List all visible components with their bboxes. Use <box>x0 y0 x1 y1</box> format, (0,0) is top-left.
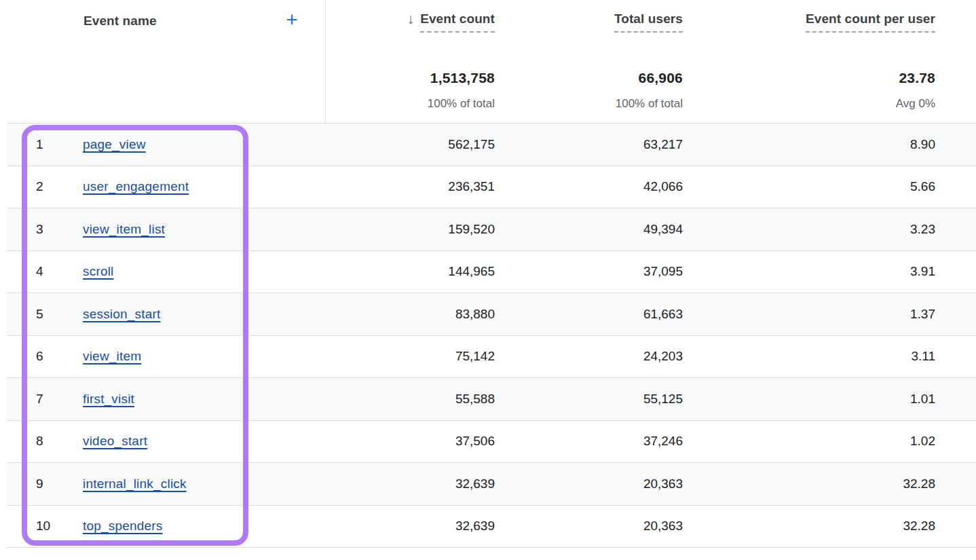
event-count-cell: 32,639 <box>325 477 495 491</box>
event-link[interactable]: video_start <box>83 434 147 448</box>
event-name-column-header: Event name <box>83 14 157 29</box>
event-count-per-user-cell: 32.28 <box>683 477 935 491</box>
total-users-cell: 37,246 <box>495 434 683 449</box>
row-index: 10 <box>7 519 76 534</box>
add-dimension-button[interactable]: + <box>280 7 303 33</box>
event-link[interactable]: scroll <box>83 264 114 278</box>
event-count-per-user-header-label: Event count per user <box>806 11 935 33</box>
event-count-cell: 37,506 <box>325 434 495 449</box>
event-count-per-user-total-caption: Avg 0% <box>896 97 935 111</box>
plus-icon: + <box>286 8 298 31</box>
row-index: 6 <box>7 349 76 364</box>
table-row: 5 session_start 83,880 61,663 1.37 <box>7 293 976 336</box>
event-link[interactable]: first_visit <box>83 392 134 406</box>
table-body: 1 page_view 562,175 63,217 8.90 2 user_e… <box>7 123 976 548</box>
event-count-cell: 32,639 <box>325 519 495 534</box>
event-count-per-user-total: 23.78 <box>899 70 935 86</box>
event-count-per-user-column-header[interactable]: Event count per user <box>806 11 935 33</box>
total-users-cell: 24,203 <box>495 349 683 364</box>
table-row: 2 user_engagement 236,351 42,066 5.66 <box>7 166 976 209</box>
event-link[interactable]: view_item <box>83 349 141 363</box>
row-index: 5 <box>7 307 76 322</box>
total-users-cell: 61,663 <box>495 307 683 322</box>
row-index: 9 <box>7 477 76 491</box>
event-count-per-user-cell: 5.66 <box>683 179 935 194</box>
table-row: 1 page_view 562,175 63,217 8.90 <box>7 124 976 166</box>
event-count-cell: 159,520 <box>325 222 495 237</box>
event-count-header-label: Event count <box>420 11 495 33</box>
event-count-per-user-cell: 1.01 <box>683 392 935 407</box>
event-link[interactable]: view_item_list <box>83 222 165 236</box>
row-index: 1 <box>7 137 76 152</box>
event-link[interactable]: session_start <box>83 307 161 321</box>
event-count-cell: 144,965 <box>325 264 495 279</box>
table-row: 7 first_visit 55,588 55,125 1.01 <box>7 378 976 421</box>
table-row: 8 video_start 37,506 37,246 1.02 <box>7 421 976 464</box>
event-link[interactable]: page_view <box>83 137 146 151</box>
total-users-header-label: Total users <box>614 11 683 33</box>
total-users-cell: 55,125 <box>495 392 683 407</box>
event-count-total-caption: 100% of total <box>428 97 495 111</box>
event-count-total: 1,513,758 <box>430 70 495 86</box>
event-count-per-user-cell: 32.28 <box>683 519 935 534</box>
event-link[interactable]: internal_link_click <box>83 477 187 491</box>
event-link[interactable]: top_spenders <box>83 519 163 533</box>
event-count-cell: 562,175 <box>325 137 495 152</box>
total-users-column-header[interactable]: Total users <box>614 11 683 33</box>
total-users-cell: 20,363 <box>495 477 683 491</box>
event-count-cell: 236,351 <box>325 179 495 194</box>
event-count-per-user-cell: 3.11 <box>683 349 935 364</box>
event-count-per-user-cell: 3.91 <box>683 264 935 279</box>
row-index: 4 <box>7 264 76 279</box>
total-users-cell: 42,066 <box>495 179 683 194</box>
row-index: 3 <box>7 222 76 237</box>
event-count-per-user-cell: 1.02 <box>683 434 935 449</box>
row-index: 8 <box>7 434 76 449</box>
event-link[interactable]: user_engagement <box>83 179 189 193</box>
table-row: 10 top_spenders 32,639 20,363 32.28 <box>7 506 976 548</box>
event-count-per-user-cell: 8.90 <box>683 137 935 152</box>
row-index: 7 <box>7 392 76 407</box>
table-row: 9 internal_link_click 32,639 20,363 32.2… <box>7 463 976 506</box>
total-users-cell: 37,095 <box>495 264 683 279</box>
event-count-cell: 83,880 <box>325 307 495 322</box>
table-row: 6 view_item 75,142 24,203 3.11 <box>7 336 976 379</box>
total-users-cell: 49,394 <box>495 222 683 237</box>
events-report-table: Event name + ↓ Event count Total users E… <box>0 0 976 560</box>
table-row: 3 view_item_list 159,520 49,394 3.23 <box>7 208 976 251</box>
table-row: 4 scroll 144,965 37,095 3.91 <box>7 251 976 294</box>
event-count-cell: 75,142 <box>325 349 495 364</box>
total-users-cell: 20,363 <box>495 519 683 534</box>
event-count-per-user-cell: 3.23 <box>683 222 935 237</box>
total-users-total: 66,906 <box>639 70 683 86</box>
row-index: 2 <box>7 179 76 194</box>
total-users-total-caption: 100% of total <box>616 97 683 111</box>
event-count-column-header[interactable]: ↓ Event count <box>407 11 495 33</box>
event-count-per-user-cell: 1.37 <box>683 307 935 322</box>
total-users-cell: 63,217 <box>495 137 683 152</box>
sort-descending-icon: ↓ <box>407 11 415 27</box>
event-count-cell: 55,588 <box>325 392 495 407</box>
